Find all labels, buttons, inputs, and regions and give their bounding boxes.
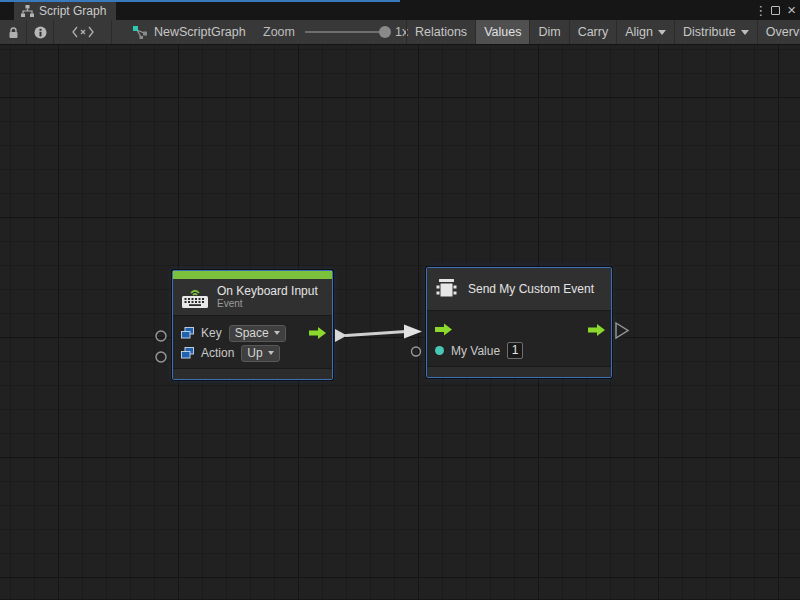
- tab-bar: Script Graph ⋮ ×: [0, 0, 800, 20]
- control-input-port[interactable]: [435, 323, 452, 336]
- port-row-action: Action Up: [173, 343, 332, 363]
- my-value-external-port[interactable]: [412, 347, 421, 356]
- toolbar-buttons: Relations Values Dim Carry Align Distrib…: [406, 20, 800, 44]
- relations-button[interactable]: Relations: [407, 20, 476, 44]
- distribute-dropdown-button[interactable]: Distribute: [675, 20, 758, 44]
- port-label: Key: [201, 326, 222, 340]
- control-output-port[interactable]: [588, 323, 605, 336]
- chevron-down-icon: [741, 30, 749, 35]
- tab-title: Script Graph: [39, 4, 106, 18]
- lock-button[interactable]: [0, 20, 27, 44]
- graph-input-icon: [181, 347, 194, 359]
- node-header: On Keyboard Input Event: [173, 279, 332, 315]
- custom-event-icon: [436, 278, 459, 300]
- port-row-key: Key Space: [173, 323, 332, 343]
- graph-input-icon: [181, 327, 194, 339]
- node-title: On Keyboard Input: [217, 284, 318, 298]
- control-flow-wire[interactable]: [346, 332, 406, 336]
- node-footer: [427, 366, 611, 377]
- my-value-input[interactable]: 1: [507, 342, 523, 359]
- graph-breadcrumb[interactable]: NewScriptGraph: [133, 20, 246, 44]
- node-subtitle: Event: [217, 298, 318, 310]
- key-dropdown[interactable]: Space: [229, 325, 286, 342]
- node-header: Send My Custom Event: [427, 268, 611, 310]
- graph-hierarchy-icon: [21, 5, 34, 18]
- code-view-button[interactable]: [54, 20, 112, 44]
- chevron-down-icon: [268, 351, 274, 355]
- zoom-control: Zoom 1x: [263, 20, 408, 44]
- node-title-block: On Keyboard Input Event: [217, 284, 318, 310]
- close-icon[interactable]: ×: [787, 5, 796, 15]
- toolbar-left-group: [0, 20, 112, 44]
- action-dropdown[interactable]: Up: [241, 345, 279, 362]
- overview-button[interactable]: Overview: [758, 20, 800, 44]
- keyboard-event-icon: [182, 287, 208, 308]
- chevron-down-icon: [274, 331, 280, 335]
- menu-icon[interactable]: ⋮: [754, 3, 764, 18]
- node-body: Key Space Action Up: [173, 315, 332, 368]
- info-icon: [34, 26, 47, 39]
- key-external-port[interactable]: [156, 331, 166, 341]
- node-send-my-custom-event[interactable]: Send My Custom Event My Value 1: [426, 267, 612, 378]
- graph-toolbar: NewScriptGraph Zoom 1x Relations Values …: [0, 20, 800, 45]
- zoom-label: Zoom: [263, 25, 295, 39]
- zoom-slider-handle[interactable]: [379, 26, 391, 38]
- port-label: My Value: [451, 344, 500, 358]
- align-dropdown-button[interactable]: Align: [617, 20, 675, 44]
- zoom-slider-track[interactable]: [305, 31, 389, 33]
- port-row-flow: [427, 319, 611, 340]
- graph-canvas[interactable]: On Keyboard Input Event Key Space: [0, 45, 800, 599]
- carry-button[interactable]: Carry: [570, 20, 618, 44]
- dim-button[interactable]: Dim: [530, 20, 569, 44]
- lock-icon: [8, 26, 19, 39]
- inspect-button[interactable]: [27, 20, 54, 44]
- script-graph-window: Script Graph ⋮ ×: [0, 0, 800, 600]
- connections-overlay: [0, 45, 800, 599]
- script-graph-asset-icon: [133, 26, 148, 39]
- node-title: Send My Custom Event: [468, 282, 594, 296]
- event-accent-bar: [173, 271, 332, 279]
- value-port-dot[interactable]: [435, 346, 444, 355]
- node-footer: [173, 368, 332, 379]
- action-external-port[interactable]: [156, 352, 166, 362]
- values-button[interactable]: Values: [476, 20, 530, 44]
- node-on-keyboard-input[interactable]: On Keyboard Input Event Key Space: [172, 270, 333, 380]
- graph-name: NewScriptGraph: [154, 25, 246, 39]
- angle-brackets-x-icon: [72, 26, 94, 38]
- wire-arrowhead: [404, 325, 422, 339]
- node-body: My Value 1: [427, 310, 611, 366]
- port-row-my-value: My Value 1: [427, 340, 611, 361]
- tab-script-graph[interactable]: Script Graph: [14, 2, 116, 20]
- maximize-icon[interactable]: [771, 6, 780, 15]
- output-external-port[interactable]: [616, 323, 628, 338]
- window-controls: ⋮ ×: [754, 0, 796, 20]
- control-output-port[interactable]: [309, 327, 326, 340]
- chevron-down-icon: [658, 30, 666, 35]
- port-label: Action: [201, 346, 234, 360]
